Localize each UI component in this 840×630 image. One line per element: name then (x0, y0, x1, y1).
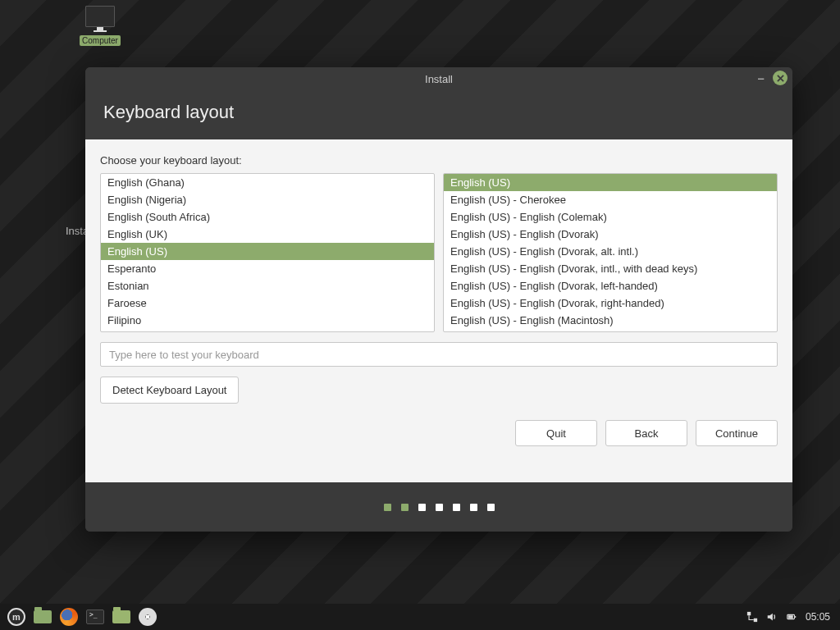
progress-dot (436, 504, 443, 511)
back-button[interactable]: Back (605, 420, 687, 446)
folder-icon (34, 610, 52, 623)
list-item[interactable]: English (US) - English (Dvorak, right-ha… (444, 294, 777, 312)
list-item[interactable]: English (South Africa) (101, 208, 434, 226)
installer-window: Install − Keyboard layout Choose your ke… (85, 67, 792, 532)
network-icon[interactable] (746, 611, 758, 623)
close-button[interactable] (773, 71, 788, 85)
list-item[interactable]: Faroese (101, 294, 434, 312)
list-item[interactable]: English (US) - English (Dvorak) (444, 226, 777, 243)
taskbar-show-desktop[interactable] (31, 606, 54, 628)
list-item[interactable]: English (US) - English (Colemak) (444, 208, 777, 226)
taskbar-firefox[interactable] (57, 606, 80, 628)
titlebar[interactable]: Install − (85, 67, 792, 90)
continue-button[interactable]: Continue (696, 420, 778, 446)
taskbar-installer[interactable] (136, 606, 159, 628)
progress-dot (487, 504, 495, 511)
layout-language-list[interactable]: English (Ghana)English (Nigeria)English … (100, 173, 435, 332)
list-item[interactable]: English (US) - English (Dvorak, intl., w… (444, 260, 777, 277)
monitor-icon (85, 6, 115, 27)
list-item[interactable]: English (Ghana) (101, 174, 434, 191)
progress-dot (470, 504, 477, 511)
mint-logo-icon: m (7, 608, 25, 626)
minimize-button[interactable]: − (757, 71, 765, 85)
taskbar: m 05:05 (0, 604, 840, 630)
prompt-text: Choose your keyboard layout: (100, 154, 778, 167)
progress-dot (418, 504, 426, 511)
list-item[interactable]: Filipino (101, 312, 434, 329)
menu-button[interactable]: m (5, 606, 28, 628)
desktop-icon-label: Computer (80, 35, 121, 46)
list-item[interactable]: Esperanto (101, 260, 434, 277)
volume-icon[interactable] (766, 611, 778, 623)
window-title: Install (425, 73, 453, 85)
list-item[interactable]: English (UK) (101, 226, 434, 243)
content-area: Choose your keyboard layout: English (Gh… (85, 139, 792, 482)
keyboard-test-input[interactable] (100, 342, 778, 367)
quit-button[interactable]: Quit (515, 420, 597, 446)
files-icon (112, 610, 130, 623)
svg-rect-4 (788, 615, 793, 619)
progress-dot (401, 504, 409, 511)
list-item[interactable]: English (US) (444, 174, 777, 191)
svg-rect-0 (747, 612, 751, 615)
svg-rect-1 (754, 619, 757, 622)
list-item[interactable]: English (US) - English (Dvorak, alt. int… (444, 243, 777, 260)
taskbar-terminal[interactable] (84, 606, 107, 628)
list-item[interactable]: English (US) (101, 243, 434, 260)
clock[interactable]: 05:05 (806, 611, 830, 623)
close-icon (777, 75, 784, 82)
disc-icon (139, 608, 157, 626)
firefox-icon (60, 608, 78, 626)
taskbar-files[interactable] (110, 606, 133, 628)
progress-dots (85, 482, 792, 532)
detect-layout-button[interactable]: Detect Keyboard Layout (100, 377, 239, 404)
list-item[interactable]: English (US) - English (Dvorak, left-han… (444, 277, 777, 294)
list-item[interactable]: English (Nigeria) (101, 191, 434, 208)
progress-dot (384, 504, 391, 511)
desktop-icon-computer[interactable]: Computer (80, 6, 121, 47)
terminal-icon (86, 609, 104, 624)
svg-rect-3 (795, 616, 796, 618)
list-item[interactable]: English (US) - Cherokee (444, 191, 777, 208)
progress-dot (453, 504, 460, 511)
layout-variant-list[interactable]: English (US)English (US) - CherokeeEngli… (443, 173, 778, 332)
list-item[interactable]: Estonian (101, 277, 434, 294)
page-title: Keyboard layout (85, 90, 792, 139)
list-item[interactable]: English (US) - English (Macintosh) (444, 312, 777, 329)
battery-icon[interactable] (786, 611, 797, 623)
